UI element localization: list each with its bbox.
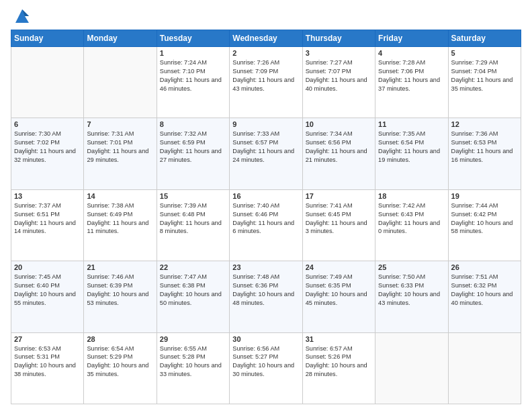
day-info: Sunrise: 7:28 AMSunset: 7:06 PMDaylight:… — [378, 58, 445, 93]
day-info: Sunrise: 6:53 AMSunset: 5:31 PMDaylight:… — [14, 345, 81, 379]
weekday-header-tuesday: Tuesday — [157, 30, 229, 47]
day-number: 21 — [87, 263, 153, 271]
day-info: Sunrise: 7:40 AMSunset: 6:46 PMDaylight:… — [232, 201, 299, 236]
day-number: 23 — [232, 263, 299, 271]
day-number: 6 — [14, 120, 81, 128]
day-cell: 24Sunrise: 7:49 AMSunset: 6:35 PMDayligh… — [302, 261, 375, 332]
day-info: Sunrise: 7:33 AMSunset: 6:57 PMDaylight:… — [232, 130, 299, 165]
day-cell: 21Sunrise: 7:46 AMSunset: 6:39 PMDayligh… — [84, 261, 157, 332]
day-cell: 3Sunrise: 7:27 AMSunset: 7:07 PMDaylight… — [302, 47, 375, 118]
day-number: 11 — [378, 120, 445, 128]
day-cell — [375, 332, 448, 404]
day-cell — [84, 47, 157, 118]
week-row-3: 13Sunrise: 7:37 AMSunset: 6:51 PMDayligh… — [11, 189, 521, 261]
day-info: Sunrise: 7:38 AMSunset: 6:49 PMDaylight:… — [87, 201, 153, 236]
day-info: Sunrise: 7:41 AMSunset: 6:45 PMDaylight:… — [306, 201, 372, 236]
day-cell: 29Sunrise: 6:55 AMSunset: 5:28 PMDayligh… — [157, 332, 229, 404]
day-cell: 31Sunrise: 6:57 AMSunset: 5:26 PMDayligh… — [302, 332, 375, 404]
day-cell: 30Sunrise: 6:56 AMSunset: 5:27 PMDayligh… — [230, 332, 302, 404]
day-number: 12 — [451, 120, 518, 128]
day-info: Sunrise: 7:47 AMSunset: 6:38 PMDaylight:… — [160, 273, 226, 308]
day-cell: 18Sunrise: 7:42 AMSunset: 6:43 PMDayligh… — [375, 189, 448, 261]
day-info: Sunrise: 6:54 AMSunset: 5:29 PMDaylight:… — [87, 345, 153, 379]
day-number: 27 — [14, 335, 81, 343]
day-number: 19 — [451, 192, 518, 200]
weekday-header-row: SundayMondayTuesdayWednesdayThursdayFrid… — [11, 30, 521, 47]
day-cell: 10Sunrise: 7:34 AMSunset: 6:56 PMDayligh… — [302, 118, 375, 189]
day-info: Sunrise: 7:37 AMSunset: 6:51 PMDaylight:… — [14, 201, 81, 236]
day-number: 1 — [160, 49, 226, 57]
weekday-header-wednesday: Wednesday — [230, 30, 302, 47]
day-cell: 1Sunrise: 7:24 AMSunset: 7:10 PMDaylight… — [157, 47, 229, 118]
weekday-header-sunday: Sunday — [11, 30, 84, 47]
day-number: 20 — [14, 263, 81, 271]
day-info: Sunrise: 7:32 AMSunset: 6:59 PMDaylight:… — [160, 130, 226, 165]
logo-icon — [13, 7, 32, 26]
weekday-header-monday: Monday — [84, 30, 157, 47]
day-info: Sunrise: 7:44 AMSunset: 6:42 PMDaylight:… — [451, 201, 518, 236]
day-info: Sunrise: 7:36 AMSunset: 6:53 PMDaylight:… — [451, 130, 518, 165]
day-info: Sunrise: 7:49 AMSunset: 6:35 PMDaylight:… — [306, 273, 372, 308]
day-cell: 19Sunrise: 7:44 AMSunset: 6:42 PMDayligh… — [448, 189, 521, 261]
day-info: Sunrise: 7:34 AMSunset: 6:56 PMDaylight:… — [306, 130, 372, 165]
day-number: 25 — [378, 263, 445, 271]
day-cell: 20Sunrise: 7:45 AMSunset: 6:40 PMDayligh… — [11, 261, 84, 332]
day-number: 30 — [232, 335, 299, 343]
day-cell: 23Sunrise: 7:48 AMSunset: 6:36 PMDayligh… — [230, 261, 302, 332]
day-info: Sunrise: 7:51 AMSunset: 6:32 PMDaylight:… — [451, 273, 518, 308]
day-cell: 16Sunrise: 7:40 AMSunset: 6:46 PMDayligh… — [230, 189, 302, 261]
day-number: 7 — [87, 120, 153, 128]
day-info: Sunrise: 7:46 AMSunset: 6:39 PMDaylight:… — [87, 273, 153, 308]
header — [11, 7, 521, 26]
week-row-2: 6Sunrise: 7:30 AMSunset: 7:02 PMDaylight… — [11, 118, 521, 189]
weekday-header-friday: Friday — [375, 30, 448, 47]
day-number: 14 — [87, 192, 153, 200]
day-number: 24 — [306, 263, 372, 271]
day-info: Sunrise: 7:48 AMSunset: 6:36 PMDaylight:… — [232, 273, 299, 308]
day-info: Sunrise: 7:26 AMSunset: 7:09 PMDaylight:… — [232, 58, 299, 93]
day-cell: 22Sunrise: 7:47 AMSunset: 6:38 PMDayligh… — [157, 261, 229, 332]
day-cell: 6Sunrise: 7:30 AMSunset: 7:02 PMDaylight… — [11, 118, 84, 189]
day-number: 9 — [232, 120, 299, 128]
day-cell: 14Sunrise: 7:38 AMSunset: 6:49 PMDayligh… — [84, 189, 157, 261]
day-cell: 4Sunrise: 7:28 AMSunset: 7:06 PMDaylight… — [375, 47, 448, 118]
day-info: Sunrise: 7:45 AMSunset: 6:40 PMDaylight:… — [14, 273, 81, 308]
day-info: Sunrise: 7:50 AMSunset: 6:33 PMDaylight:… — [378, 273, 445, 308]
logo — [11, 7, 32, 26]
day-info: Sunrise: 7:31 AMSunset: 7:01 PMDaylight:… — [87, 130, 153, 165]
day-cell: 28Sunrise: 6:54 AMSunset: 5:29 PMDayligh… — [84, 332, 157, 404]
day-info: Sunrise: 7:35 AMSunset: 6:54 PMDaylight:… — [378, 130, 445, 165]
week-row-1: 1Sunrise: 7:24 AMSunset: 7:10 PMDaylight… — [11, 47, 521, 118]
day-info: Sunrise: 7:39 AMSunset: 6:48 PMDaylight:… — [160, 201, 226, 236]
day-number: 26 — [451, 263, 518, 271]
day-number: 13 — [14, 192, 81, 200]
day-info: Sunrise: 6:56 AMSunset: 5:27 PMDaylight:… — [232, 345, 299, 379]
day-cell — [11, 47, 84, 118]
day-number: 15 — [160, 192, 226, 200]
day-info: Sunrise: 7:27 AMSunset: 7:07 PMDaylight:… — [306, 58, 372, 93]
day-number: 4 — [378, 49, 445, 57]
day-number: 18 — [378, 192, 445, 200]
day-cell: 2Sunrise: 7:26 AMSunset: 7:09 PMDaylight… — [230, 47, 302, 118]
day-number: 17 — [306, 192, 372, 200]
day-number: 29 — [160, 335, 226, 343]
day-cell — [448, 332, 521, 404]
day-number: 8 — [160, 120, 226, 128]
day-info: Sunrise: 7:29 AMSunset: 7:04 PMDaylight:… — [451, 58, 518, 93]
day-cell: 26Sunrise: 7:51 AMSunset: 6:32 PMDayligh… — [448, 261, 521, 332]
day-number: 5 — [451, 49, 518, 57]
day-cell: 13Sunrise: 7:37 AMSunset: 6:51 PMDayligh… — [11, 189, 84, 261]
day-cell: 11Sunrise: 7:35 AMSunset: 6:54 PMDayligh… — [375, 118, 448, 189]
day-number: 28 — [87, 335, 153, 343]
weekday-header-saturday: Saturday — [448, 30, 521, 47]
day-cell: 8Sunrise: 7:32 AMSunset: 6:59 PMDaylight… — [157, 118, 229, 189]
week-row-5: 27Sunrise: 6:53 AMSunset: 5:31 PMDayligh… — [11, 332, 521, 404]
day-cell: 15Sunrise: 7:39 AMSunset: 6:48 PMDayligh… — [157, 189, 229, 261]
day-cell: 12Sunrise: 7:36 AMSunset: 6:53 PMDayligh… — [448, 118, 521, 189]
calendar-table: SundayMondayTuesdayWednesdayThursdayFrid… — [11, 30, 521, 404]
day-info: Sunrise: 6:57 AMSunset: 5:26 PMDaylight:… — [306, 345, 372, 379]
weekday-header-thursday: Thursday — [302, 30, 375, 47]
day-cell: 5Sunrise: 7:29 AMSunset: 7:04 PMDaylight… — [448, 47, 521, 118]
day-number: 3 — [306, 49, 372, 57]
day-cell: 17Sunrise: 7:41 AMSunset: 6:45 PMDayligh… — [302, 189, 375, 261]
